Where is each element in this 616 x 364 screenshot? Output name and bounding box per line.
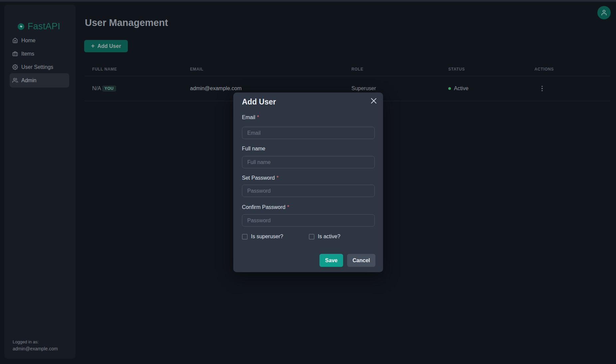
sidebar-item-home[interactable]: Home (10, 33, 69, 48)
status-active-dot (448, 87, 451, 90)
logged-in-email: admin@example.com (13, 345, 58, 352)
set-password-label: Set Password* (242, 175, 279, 181)
sidebar-item-items[interactable]: Items (10, 47, 69, 61)
column-header-full-name: FULL NAME (92, 67, 117, 72)
full-name-input[interactable] (242, 156, 375, 168)
row-actions-menu-button[interactable] (540, 84, 544, 93)
table-header-divider (85, 76, 610, 76)
add-user-button[interactable]: + Add User (84, 40, 128, 52)
page-title: User Management (85, 17, 168, 28)
kebab-icon (541, 86, 543, 87)
add-user-modal: Add User Email* Full name Set Password* … (233, 92, 383, 272)
is-superuser-checkbox[interactable] (242, 234, 248, 240)
brand-name: FastAPI (28, 21, 60, 32)
set-password-input[interactable] (242, 185, 375, 197)
cancel-button[interactable]: Cancel (347, 254, 375, 267)
user-icon (601, 9, 607, 16)
cell-role: Superuser (351, 86, 376, 91)
column-header-actions: ACTIONS (534, 67, 554, 72)
close-icon (371, 98, 377, 104)
column-header-status: STATUS (448, 67, 465, 72)
confirm-password-input[interactable] (242, 214, 375, 227)
cell-status: Active (454, 86, 469, 91)
sidebar-item-label: Admin (21, 78, 36, 84)
email-input[interactable] (242, 127, 375, 139)
is-active-checkbox[interactable] (309, 234, 314, 240)
sidebar: FastAPI Home Items User Settings Admin L… (4, 5, 76, 359)
required-marker: * (287, 204, 289, 210)
full-name-label: Full name (242, 146, 265, 152)
lightning-bolt-icon (18, 23, 24, 30)
sidebar-item-user-settings[interactable]: User Settings (10, 60, 69, 74)
modal-title: Add User (242, 97, 276, 106)
cell-full-name: N/A (92, 86, 101, 91)
is-active-label: Is active? (318, 234, 340, 240)
plus-icon: + (91, 42, 95, 50)
save-button[interactable]: Save (319, 254, 343, 267)
is-superuser-label: Is superuser? (251, 234, 283, 240)
logged-in-info: Logged in as: admin@example.com (13, 338, 58, 352)
is-active-option[interactable]: Is active? (309, 234, 340, 240)
briefcase-icon (12, 51, 18, 57)
required-marker: * (277, 175, 279, 181)
is-superuser-option[interactable]: Is superuser? (242, 234, 283, 240)
confirm-password-label: Confirm Password* (242, 204, 289, 210)
sidebar-item-label: Items (21, 51, 34, 57)
fastapi-logo[interactable]: FastAPI (18, 21, 60, 32)
avatar-button[interactable] (597, 6, 611, 19)
home-icon (12, 38, 18, 43)
gear-icon (12, 64, 18, 70)
email-label: Email* (242, 114, 259, 120)
close-button[interactable] (370, 97, 377, 105)
column-header-role: ROLE (351, 67, 363, 72)
add-user-button-label: Add User (97, 43, 121, 49)
you-badge: YOU (102, 86, 116, 91)
logged-in-as-label: Logged in as: (13, 338, 58, 345)
sidebar-item-admin[interactable]: Admin (10, 73, 69, 88)
top-edge-strip (0, 0, 616, 2)
required-marker: * (257, 114, 259, 120)
users-icon (12, 78, 18, 83)
sidebar-item-label: User Settings (21, 64, 53, 70)
column-header-email: EMAIL (190, 67, 203, 72)
sidebar-item-label: Home (21, 38, 36, 44)
cell-email: admin@example.com (190, 86, 242, 91)
